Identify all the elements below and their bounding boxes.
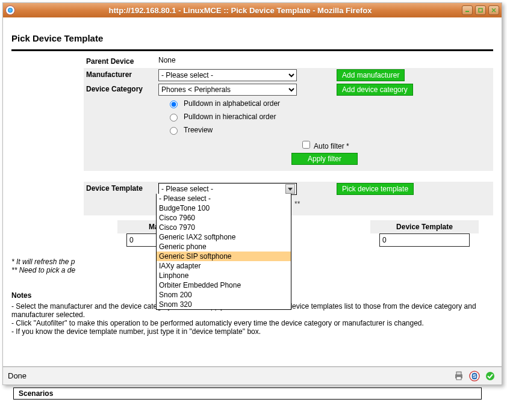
- device-template-option[interactable]: Cisco 7970: [157, 223, 291, 232]
- view-hier-label: Pulldown in hierachical order: [184, 113, 276, 121]
- status-ok-icon[interactable]: [484, 369, 497, 383]
- add-device-category-button[interactable]: Add device category: [337, 84, 413, 96]
- device-template-option[interactable]: BudgeTone 100: [157, 203, 291, 213]
- status-bar: Done S: [3, 366, 502, 384]
- svg-text:S: S: [473, 373, 476, 379]
- manufacturer-select[interactable]: - Please select -: [158, 69, 297, 81]
- apply-filter-button[interactable]: Apply filter: [291, 153, 358, 165]
- firefox-icon: [5, 5, 15, 15]
- maximize-button[interactable]: [475, 5, 486, 15]
- view-tree-label: Treeview: [184, 126, 213, 134]
- device-template-label: Device Template: [84, 182, 156, 196]
- svg-rect-6: [456, 372, 461, 375]
- pick-device-template-button[interactable]: Pick device template: [337, 183, 414, 195]
- device-category-select[interactable]: Phones < Peripherals: [158, 84, 297, 96]
- device-template-option[interactable]: Linphone: [157, 271, 291, 280]
- notes-line: - If you know the device template number…: [11, 327, 493, 336]
- device-template-option[interactable]: Orbiter Embedded Phone: [157, 280, 291, 290]
- svg-rect-1: [479, 8, 482, 12]
- device-template-option[interactable]: Generic phone: [157, 242, 291, 252]
- device-template-id-input[interactable]: [379, 233, 470, 247]
- device-category-label: Device Category: [84, 82, 156, 97]
- triple-device-template-header: Device Template: [370, 220, 479, 233]
- close-button[interactable]: [488, 5, 499, 15]
- page-title: Pick Device Template: [11, 33, 493, 43]
- view-alpha-radio[interactable]: [170, 100, 178, 108]
- manufacturer-label: Manufacturer: [84, 68, 156, 82]
- content-area: Pick Device Template Parent Device None …: [3, 17, 502, 366]
- svg-point-10: [486, 372, 494, 380]
- device-template-option[interactable]: Cisco 7960: [157, 213, 291, 223]
- svg-marker-4: [288, 188, 293, 191]
- status-text: Done: [8, 371, 452, 380]
- titlebar: http://192.168.80.1 - LinuxMCE :: Pick D…: [3, 3, 502, 17]
- device-template-option[interactable]: - Please select -: [157, 194, 291, 203]
- view-hier-radio[interactable]: [170, 114, 178, 122]
- parent-device-label: Parent Device: [84, 55, 156, 68]
- device-template-dropdown-list[interactable]: - Please select -BudgeTone 100Cisco 7960…: [156, 194, 291, 310]
- auto-filter-checkbox[interactable]: [302, 141, 310, 149]
- auto-filter-label: Auto filter *: [314, 142, 349, 150]
- divider: [11, 49, 493, 51]
- view-tree-radio[interactable]: [170, 127, 178, 135]
- noscript-icon[interactable]: S: [468, 369, 481, 383]
- scenarios-tab[interactable]: Scenarios: [13, 388, 482, 400]
- device-template-option[interactable]: Generic SIP softphone: [157, 252, 291, 261]
- device-template-option[interactable]: Generic IAX2 softphone: [157, 232, 291, 242]
- add-manufacturer-button[interactable]: Add manufacturer: [337, 69, 405, 81]
- device-template-option[interactable]: Snom 320: [157, 300, 291, 309]
- chevron-down-icon[interactable]: [285, 184, 295, 194]
- window-title: http://192.168.80.1 - LinuxMCE :: Pick D…: [19, 6, 462, 15]
- svg-rect-7: [456, 377, 461, 380]
- device-template-option[interactable]: Snom 200: [157, 290, 291, 300]
- parent-device-value: None: [156, 55, 331, 68]
- notes-line: - Click "Autofilter" to make this operat…: [11, 319, 493, 327]
- device-template-select[interactable]: - Please select -: [158, 183, 297, 195]
- print-icon[interactable]: [452, 369, 465, 383]
- view-alpha-label: Pulldown in alphabetical order: [184, 99, 280, 108]
- device-template-option[interactable]: IAXy adapter: [157, 261, 291, 271]
- minimize-button[interactable]: [462, 5, 473, 15]
- device-template-value: - Please select -: [161, 185, 213, 193]
